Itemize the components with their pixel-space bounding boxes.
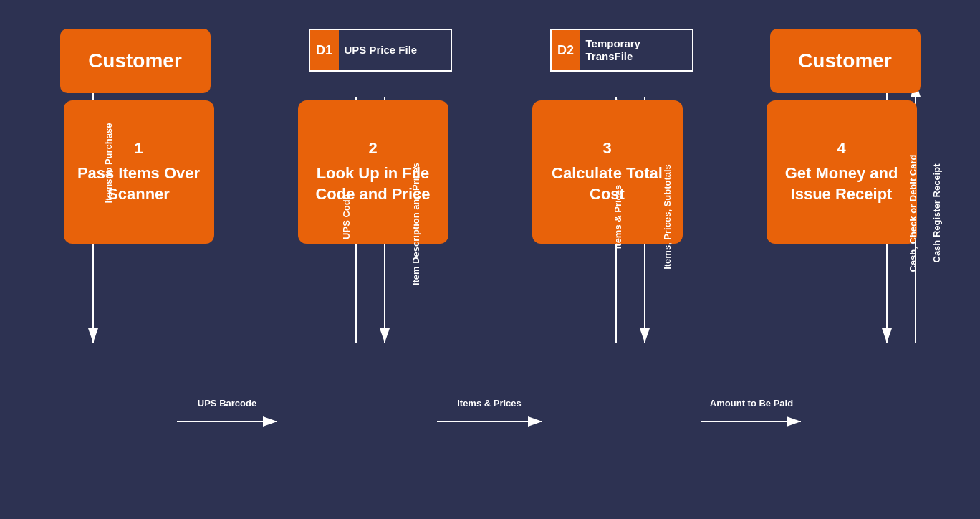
- entity-customer-right: Customer: [770, 29, 921, 93]
- process-4-number: 4: [837, 139, 845, 158]
- datastore-d2: D2 Temporary TransFile: [550, 29, 693, 72]
- entity-customer-left: Customer: [60, 29, 211, 93]
- flow-item-desc-prices: Item Description and Prices: [410, 163, 421, 285]
- process-2-wrapper: 2 Look Up in File Code and Price: [298, 100, 448, 244]
- entity-customer-left-label: Customer: [88, 49, 182, 72]
- bottom-row: 1 Pass Items Over Scanner 2 Look Up in F…: [0, 100, 980, 519]
- flow-items-prices-h: Items & Prices: [443, 398, 536, 410]
- process-4-wrapper: 4 Get Money and Issue Receipt: [767, 100, 917, 244]
- process-3-wrapper: 3 Calculate Total Cost: [532, 100, 683, 244]
- process-2-number: 2: [368, 139, 377, 158]
- process-4-label: Get Money and Issue Receipt: [767, 163, 917, 204]
- flow-ups-barcode: UPS Barcode: [181, 398, 274, 410]
- flow-items-prices-subtotals: Items, Prices, Subtotals: [662, 164, 673, 270]
- process-4: 4 Get Money and Issue Receipt: [767, 100, 917, 244]
- flow-ups-code: UPS Code: [341, 194, 352, 239]
- process-3-number: 3: [602, 139, 611, 158]
- flow-amount-to-be-paid: Amount to Be Paid: [705, 398, 798, 410]
- flow-cash-register-receipt: Cash Register Receipt: [931, 164, 942, 263]
- process-2-label: Look Up in File Code and Price: [298, 163, 448, 204]
- datastore-d1-name: UPS Price File: [339, 30, 423, 70]
- top-row: Customer D1 UPS Price File D2 Tempora: [0, 0, 980, 100]
- process-1-number: 1: [134, 139, 143, 158]
- datastore-d1-id: D1: [310, 30, 339, 70]
- datastore-d1: D1 UPS Price File: [309, 29, 452, 72]
- entity-customer-right-label: Customer: [798, 49, 892, 72]
- process-1-label: Pass Items Over Scanner: [64, 163, 214, 204]
- flow-items-to-purchase: Items to Purchase: [103, 123, 114, 204]
- process-1: 1 Pass Items Over Scanner: [64, 100, 214, 244]
- datastore-d2-id: D2: [552, 30, 580, 70]
- diagram-container: Customer D1 UPS Price File D2 Tempora: [0, 0, 980, 519]
- process-3-label: Calculate Total Cost: [532, 163, 683, 204]
- process-2: 2 Look Up in File Code and Price: [298, 100, 448, 244]
- process-3: 3 Calculate Total Cost: [532, 100, 683, 244]
- datastore-d2-name: Temporary TransFile: [580, 30, 692, 70]
- flow-cash-check: Cash, Check or Debit Card: [908, 155, 918, 272]
- process-1-wrapper: 1 Pass Items Over Scanner: [64, 100, 214, 244]
- flow-items-prices-v: Items & Prices: [612, 185, 623, 249]
